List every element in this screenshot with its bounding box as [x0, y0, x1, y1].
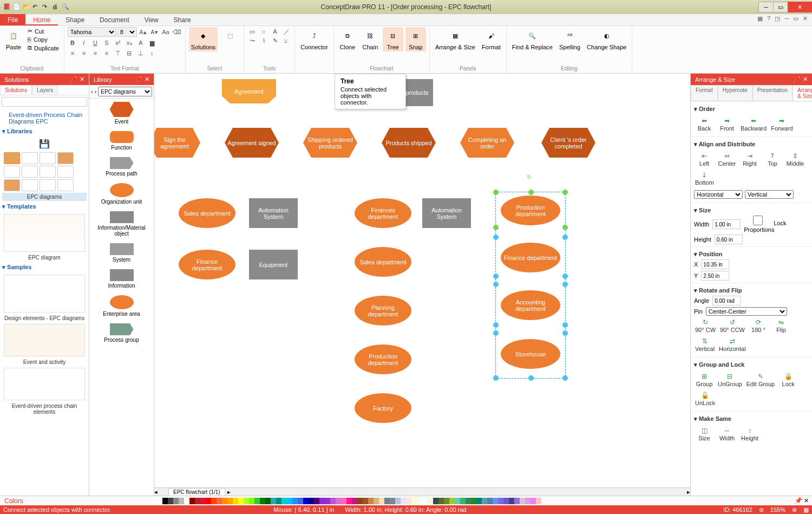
zoom-more[interactable]: ▦ [803, 506, 809, 513]
format-icon[interactable]: Aa [161, 28, 171, 36]
back-button[interactable]: ⬅Back [694, 116, 715, 133]
tree-section[interactable]: Libraries [2, 126, 87, 137]
close-icon[interactable]: ✕ [145, 76, 149, 83]
tool-icon[interactable]: ✎ [270, 36, 280, 45]
library-item[interactable]: Function [89, 128, 154, 154]
node-factory[interactable]: Factory [355, 393, 411, 423]
thumb[interactable] [22, 166, 38, 178]
valign-icon[interactable]: ⊟ [125, 49, 134, 57]
color-icon[interactable]: A [136, 38, 146, 47]
node-planning-dept[interactable]: Planning department [355, 296, 411, 326]
node-accounting-dept[interactable]: Accounting department [501, 290, 560, 320]
x-input[interactable] [701, 259, 729, 269]
forward-button[interactable]: ➡Forward [770, 116, 794, 133]
flip-v[interactable]: ⇅Vertical [694, 336, 716, 353]
underline-icon[interactable]: U [90, 38, 100, 47]
tab-share[interactable]: Share [166, 14, 199, 25]
nav-prev[interactable]: ‹ [91, 88, 93, 95]
library-item[interactable]: Process path [89, 154, 154, 180]
node-agreement[interactable]: Agreement [222, 79, 276, 103]
same-width[interactable]: ↔Width [717, 426, 737, 443]
sub-icon[interactable]: x₂ [125, 38, 134, 47]
nav-next[interactable]: › [95, 88, 97, 95]
node-agreement-signed[interactable]: Agreement signed [225, 128, 279, 158]
thumb[interactable] [40, 179, 56, 191]
arrange-button[interactable]: ▦Arrange & Size [433, 27, 477, 51]
same-size[interactable]: ◫Size [694, 426, 715, 443]
minimize-button[interactable]: ─ [758, 2, 774, 12]
pin-icon[interactable]: 📌 ✕ [791, 497, 812, 504]
tool-icon[interactable]: ▭ [247, 27, 257, 36]
library-item[interactable]: Organization unit [89, 180, 154, 208]
fontsize-select[interactable]: 8 [117, 27, 137, 37]
node-storehouse[interactable]: Storehouse [501, 339, 560, 369]
rotate-180[interactable]: ⟳180 ° [748, 317, 769, 334]
node-automation2[interactable]: Automation System [422, 198, 471, 228]
node-sales-dept[interactable]: Sales department [179, 198, 235, 228]
thumb[interactable] [57, 166, 74, 178]
highlight-icon[interactable]: ▆ [147, 38, 157, 47]
qat-icon[interactable]: 🔍 [62, 3, 69, 11]
library-item[interactable]: Information/Material object [89, 208, 154, 240]
window-icon[interactable]: ▭ [793, 15, 798, 24]
qat-icon[interactable]: ↷ [42, 3, 50, 11]
flip-h[interactable]: ⇄Horizontal [718, 336, 747, 353]
zoom-out[interactable]: ⊖ [759, 506, 764, 513]
window-icon[interactable]: ─ [784, 15, 789, 24]
tab-arrange[interactable]: Arrange & Size [793, 85, 812, 101]
distribute-v[interactable]: Vertical [745, 190, 794, 199]
tab-next[interactable]: ▸ [227, 489, 231, 496]
align-left[interactable]: ⇤Left [694, 151, 715, 168]
distribute-h[interactable]: Horizontal [694, 190, 743, 199]
select-button[interactable]: ⬚ [220, 27, 240, 45]
node-equipment[interactable]: Equipment [249, 250, 298, 279]
edit-group-button[interactable]: ✎Edit Group [745, 372, 776, 388]
change-shape-button[interactable]: ◐Change Shape [585, 27, 628, 51]
tab-hypernote[interactable]: Hypernote [718, 85, 752, 101]
dec-font-icon[interactable]: A▾ [149, 28, 159, 36]
width-input[interactable] [712, 219, 741, 229]
tree-section[interactable]: Samples [2, 262, 87, 273]
cut-button[interactable]: ✂ Cut [26, 27, 61, 35]
bold-icon[interactable]: B [68, 38, 77, 47]
clone-button[interactable]: ⧉Clone [337, 27, 358, 51]
node-sales-dept2[interactable]: Sales department [355, 247, 411, 277]
tab-view[interactable]: View [137, 14, 166, 25]
close-icon[interactable]: ✕ [80, 76, 84, 83]
thumb[interactable] [40, 152, 56, 164]
tool-icon[interactable]: 〜 [247, 36, 257, 45]
canvas[interactable]: Agreement ordered products Sign the agre… [154, 74, 690, 496]
align-center-icon[interactable]: ≡ [79, 49, 89, 57]
node-finance-dept[interactable]: Finance department [179, 250, 235, 279]
tool-icon[interactable]: ⟀ [281, 36, 291, 45]
tab-home[interactable]: Home [25, 14, 58, 25]
chain-button[interactable]: ⛓Chain [360, 27, 381, 51]
help-icon[interactable]: ? [767, 15, 770, 24]
super-icon[interactable]: x² [113, 38, 123, 47]
pin-select[interactable]: Center-Center [706, 307, 787, 316]
duplicate-button[interactable]: ⧉ Duplicate [26, 44, 61, 52]
rotate-ccw[interactable]: ↺90° CCW [719, 317, 746, 334]
qat-icon[interactable]: ↶ [32, 3, 40, 11]
format-button[interactable]: 🖌Format [480, 27, 503, 51]
node-automation[interactable]: Automation System [249, 198, 298, 228]
snap-button[interactable]: ⊞Snap [405, 27, 426, 51]
scroll-right[interactable]: ▸ [687, 489, 690, 496]
file-tab[interactable]: File [0, 14, 25, 25]
thumb[interactable] [4, 166, 20, 178]
lock-button[interactable]: 🔒Lock [778, 372, 798, 388]
thumb[interactable] [4, 152, 20, 164]
qat-icon[interactable]: 🖨 [52, 3, 60, 11]
tool-icon[interactable]: A [270, 27, 280, 36]
qat-icon[interactable]: 📕 [3, 3, 11, 11]
tool-icon[interactable]: ／ [281, 27, 291, 36]
ungroup-button[interactable]: ⊟UnGroup [717, 372, 743, 388]
library-item[interactable]: Process group [89, 320, 154, 346]
tab-prev[interactable]: ◂ [154, 489, 158, 496]
tab-document[interactable]: Document [92, 14, 137, 25]
node-products-shipped[interactable]: Products shipped [382, 128, 436, 158]
valign-icon[interactable]: ⊥ [136, 49, 146, 57]
same-height[interactable]: ↕Height [739, 426, 760, 443]
close-icon[interactable]: ✕ [803, 76, 808, 83]
tool-icon[interactable]: ⌇ [259, 36, 269, 45]
